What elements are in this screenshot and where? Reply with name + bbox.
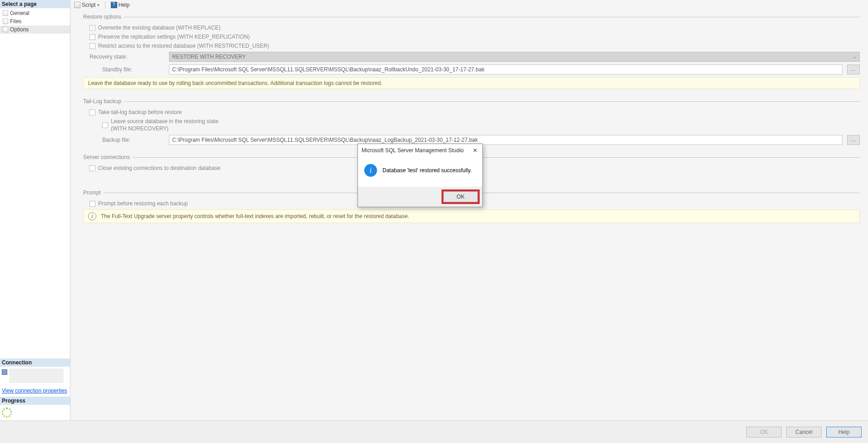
restrict-checkbox[interactable]: [89, 43, 95, 49]
message-ok-button[interactable]: OK: [443, 191, 478, 202]
sidebar-spacer: [0, 35, 70, 358]
recovery-state-row: Recovery state: RESTORE WITH RECOVERY ⌄: [89, 52, 860, 62]
script-button[interactable]: Script ▾: [72, 1, 101, 9]
main-row: Select a page General Files Options Conn…: [0, 0, 868, 420]
leave-source-label: Leave source database in the restoring s…: [111, 118, 218, 132]
sidebar-item-general[interactable]: General: [0, 9, 70, 17]
sidebar-header: Select a page: [0, 0, 70, 8]
progress-spinner-icon: [2, 408, 12, 418]
sidebar-item-label: Files: [10, 18, 21, 25]
group-line: [124, 101, 860, 102]
message-dialog-text: Database 'test' restored successfully.: [382, 167, 471, 174]
page-icon: [3, 27, 8, 32]
standby-file-row: Standby file: ...: [89, 65, 860, 75]
restrict-row: Restrict access to the restored database…: [89, 43, 860, 49]
recovery-state-label: Recovery state:: [89, 54, 164, 60]
standby-browse-button[interactable]: ...: [847, 65, 860, 75]
info-icon: i: [364, 164, 377, 177]
backup-file-input[interactable]: [169, 135, 843, 145]
chevron-down-icon: ⌄: [853, 54, 857, 59]
main-panel: Script ▾ Help Restore options: [70, 0, 868, 420]
recovery-info-text: Leave the database ready to use by rolli…: [88, 80, 382, 86]
overwrite-row: Overwrite the existing database (WITH RE…: [89, 25, 860, 31]
leave-source-checkbox[interactable]: [102, 122, 108, 128]
cancel-button[interactable]: Cancel: [786, 427, 822, 438]
ok-button[interactable]: OK: [746, 427, 782, 438]
sidebar-item-files[interactable]: Files: [0, 17, 70, 25]
chevron-down-icon: ▾: [97, 3, 99, 7]
script-icon: [74, 2, 80, 8]
message-dialog-footer: OK: [358, 187, 482, 207]
standby-file-input[interactable]: [169, 65, 843, 75]
toolbar-separator: [105, 1, 105, 9]
group-title: Tail-Log backup: [83, 98, 121, 105]
recovery-state-dropdown[interactable]: RESTORE WITH RECOVERY ⌄: [169, 52, 860, 62]
group-header: Tail-Log backup: [83, 98, 860, 105]
group-title: Restore options: [83, 14, 121, 20]
info-icon: i: [88, 212, 96, 220]
sidebar: Select a page General Files Options Conn…: [0, 0, 70, 420]
restore-options-group: Restore options Overwrite the existing d…: [83, 14, 860, 89]
backup-browse-button[interactable]: ...: [847, 135, 860, 145]
close-existing-label: Close existing connections to destinatio…: [98, 165, 221, 171]
page-icon: [3, 10, 8, 16]
fulltext-info-text: The Full-Text Upgrade server property co…: [101, 213, 409, 219]
sidebar-item-label: General: [10, 10, 30, 16]
page-icon: [3, 19, 8, 24]
message-dialog: Microsoft SQL Server Management Studio ✕…: [357, 144, 483, 207]
prompt-before-label: Prompt before restoring each backup: [98, 200, 188, 207]
connection-name-box: [9, 368, 64, 383]
help-icon: [111, 2, 117, 8]
sidebar-item-options[interactable]: Options: [0, 25, 70, 34]
progress-header: Progress: [0, 397, 70, 405]
view-connection-properties-link[interactable]: View connection properties: [0, 385, 70, 397]
backup-file-label: Backup file:: [102, 137, 164, 143]
help-label: Help: [119, 2, 130, 8]
recovery-info-strip: Leave the database ready to use by rolli…: [83, 77, 860, 89]
fulltext-info-strip: i The Full-Text Upgrade server property …: [83, 209, 860, 223]
help-button[interactable]: Help: [109, 1, 132, 9]
restrict-label: Restrict access to the restored database…: [98, 43, 269, 49]
take-tail-checkbox[interactable]: [89, 110, 95, 115]
help-button-bottom[interactable]: Help: [826, 427, 862, 438]
group-title: Server connections: [83, 154, 130, 160]
group-header: Restore options: [83, 14, 860, 20]
sidebar-page-list: General Files Options: [0, 8, 70, 35]
overwrite-checkbox[interactable]: [89, 25, 95, 31]
close-existing-checkbox[interactable]: [89, 165, 95, 171]
bottom-button-bar: OK Cancel Help: [0, 420, 868, 443]
connection-info-row: [0, 367, 70, 385]
group-line: [133, 157, 860, 158]
preserve-row: Preserve the replication settings (WITH …: [89, 34, 860, 40]
restore-database-dialog: Select a page General Files Options Conn…: [0, 0, 868, 443]
message-dialog-title: Microsoft SQL Server Management Studio: [362, 147, 464, 154]
toolbar: Script ▾ Help: [70, 0, 868, 10]
tail-log-group: Tail-Log backup Take tail-log backup bef…: [83, 98, 860, 145]
prompt-before-checkbox[interactable]: [89, 201, 95, 207]
connection-header: Connection: [0, 358, 70, 367]
content-area: Restore options Overwrite the existing d…: [70, 10, 868, 420]
preserve-checkbox[interactable]: [89, 34, 95, 40]
script-label: Script: [82, 2, 96, 8]
recovery-state-value: RESTORE WITH RECOVERY: [172, 54, 246, 60]
server-icon: [2, 369, 7, 375]
overwrite-label: Overwrite the existing database (WITH RE…: [98, 25, 220, 31]
leave-source-row: Leave source database in the restoring s…: [102, 118, 860, 132]
group-line: [124, 17, 860, 17]
group-title: Prompt: [83, 189, 101, 196]
standby-file-label: Standby file:: [102, 66, 164, 73]
take-tail-row: Take tail-log backup before restore: [89, 109, 860, 115]
sidebar-item-label: Options: [10, 26, 29, 33]
message-dialog-body: i Database 'test' restored successfully.: [358, 157, 482, 187]
preserve-label: Preserve the replication settings (WITH …: [98, 34, 250, 40]
take-tail-label: Take tail-log backup before restore: [98, 109, 182, 115]
message-dialog-titlebar: Microsoft SQL Server Management Studio ✕: [358, 144, 482, 157]
close-icon[interactable]: ✕: [471, 147, 479, 154]
